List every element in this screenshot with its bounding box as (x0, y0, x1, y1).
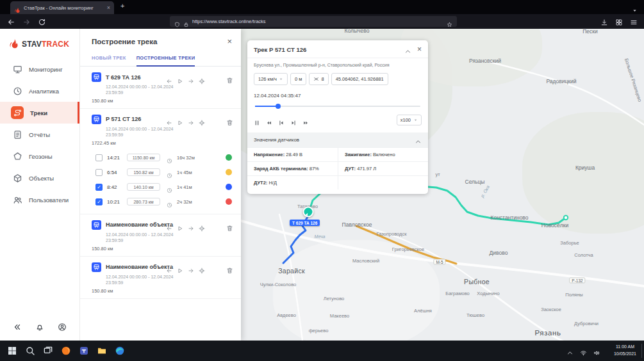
track-locate-button[interactable] (199, 223, 205, 229)
sidebar-bottom-bar (0, 323, 79, 332)
forward-button[interactable] (22, 17, 31, 26)
browser-tab[interactable]: СтавТрак - Онлайн мониторинг × (10, 1, 114, 14)
taskbar-firefox-button[interactable] (60, 346, 71, 357)
extensions-icon[interactable] (615, 17, 623, 25)
tracks-panel-close-icon[interactable]: × (227, 37, 232, 45)
duration-clock-icon (167, 184, 172, 190)
search-icon (25, 346, 35, 356)
tab-built-tracks[interactable]: ПОСТРОЕННЫЕ ТРЕКИ (136, 51, 195, 67)
track-delete-button[interactable] (226, 117, 233, 124)
track-play-button[interactable] (177, 117, 183, 124)
taskbar-explorer-button[interactable] (96, 346, 107, 357)
pause-button[interactable] (254, 117, 260, 124)
wifi-icon[interactable] (580, 348, 587, 355)
track-back-button[interactable] (166, 265, 172, 271)
shield-icon[interactable] (174, 19, 180, 24)
taskbar-start-button[interactable] (6, 346, 17, 357)
track-back-button[interactable] (166, 223, 172, 229)
playback-speed-select[interactable]: x100 (397, 115, 422, 125)
slider-thumb[interactable] (276, 104, 281, 109)
sidebar-item-users[interactable]: Пользователи (0, 189, 79, 211)
step-forward-button[interactable] (290, 117, 297, 124)
track-delete-button[interactable] (226, 223, 233, 230)
track-delete-button[interactable] (226, 75, 233, 82)
track-item[interactable]: Наименование объекта 12.04.2024 00:00:00… (80, 257, 241, 298)
track-locate-button[interactable] (199, 76, 205, 82)
track-actions (166, 223, 233, 230)
tab-close-icon[interactable]: × (107, 4, 110, 11)
notifications-bell-icon[interactable] (35, 323, 44, 332)
vehicle-label[interactable]: Т 629 ТА 126 (290, 220, 320, 226)
segment-checkbox[interactable]: ✓ (95, 184, 103, 191)
segment-row[interactable]: 14:21 1150.80 км 16ч 32м (80, 150, 241, 165)
edge-icon (115, 346, 125, 356)
track-item[interactable]: Наименование объекта 12.04.2024 00:00:00… (80, 214, 241, 256)
map-label: Колычево (345, 29, 370, 34)
sidebar-item-clock[interactable]: Аналитика (0, 80, 79, 102)
segment-checkbox[interactable] (95, 169, 103, 176)
track-play-button[interactable] (177, 76, 183, 82)
track-play-button[interactable] (177, 223, 183, 229)
sidebar-item-monitor[interactable]: Мониторинг (0, 58, 79, 80)
volume-icon[interactable] (593, 348, 600, 355)
step-back-button[interactable] (278, 117, 285, 124)
profile-icon[interactable] (58, 323, 67, 332)
menu-icon[interactable] (630, 17, 638, 25)
sidebar-item-label: Объекты (29, 175, 54, 182)
segment-row[interactable]: ✓ 10:21 280.73 км 2ч 32м (80, 195, 241, 209)
track-item[interactable]: Р 571 СТ 126 12.04.2024 00:00:00 - 12.04… (80, 109, 241, 150)
firefox-icon (61, 346, 71, 356)
track-forward-button[interactable] (188, 223, 194, 229)
speed-box[interactable]: 126 км/ч (254, 73, 288, 85)
segment-checkbox[interactable] (95, 154, 103, 161)
segment-row[interactable]: ✓ 8:42 140.10 км 1ч 41м (80, 180, 241, 195)
segment-checkbox[interactable]: ✓ (95, 198, 103, 205)
sidebar-item-geofence[interactable]: Геозоны (0, 145, 79, 167)
back-button[interactable] (7, 17, 15, 26)
track-play-button[interactable] (177, 265, 183, 271)
track-back-button[interactable] (166, 117, 172, 124)
rewind-button[interactable] (266, 117, 272, 124)
track-forward-button[interactable] (188, 76, 194, 82)
track-info-close-icon[interactable]: × (417, 45, 422, 53)
sidebar-item-cube[interactable]: Объекты (0, 167, 79, 189)
map-label: Авдеево (277, 312, 296, 318)
new-tab-button[interactable]: + (120, 2, 124, 10)
taskbar-task-view-button[interactable] (42, 346, 53, 357)
taskbar-edge-button[interactable] (114, 346, 125, 357)
track-item[interactable]: Т 629 ТА 126 12.04.2024 00:00:00 - 12.04… (80, 67, 241, 108)
track-locate-button[interactable] (199, 265, 205, 271)
sensors-header[interactable]: Значения датчиков (247, 132, 428, 147)
url-bar[interactable]: https://www.stavtrack.online/tracks (170, 16, 457, 27)
show-desktop-button[interactable] (641, 344, 644, 358)
sensors-collapse-chevron-icon[interactable] (415, 136, 422, 143)
timeline-slider[interactable] (255, 104, 420, 109)
tab-new-track[interactable]: НОВЫЙ ТРЕК (92, 51, 126, 66)
url-text[interactable]: https://www.stavtrack.online/tracks (192, 19, 443, 24)
vehicle-marker[interactable] (303, 207, 314, 218)
lock-icon[interactable] (183, 19, 189, 24)
tab-list-chevron-icon[interactable] (632, 4, 638, 10)
track-forward-button[interactable] (188, 265, 194, 271)
track-back-button[interactable] (166, 76, 172, 82)
tray-expand-chevron-icon[interactable] (566, 348, 574, 355)
fast-forward-button[interactable] (302, 117, 309, 124)
sidebar-item-route[interactable]: Треки (0, 102, 79, 124)
track-locate-button[interactable] (199, 117, 205, 124)
collapse-sidebar-icon[interactable] (13, 323, 22, 332)
map-label: Масловский (352, 258, 379, 264)
refresh-button[interactable] (38, 17, 46, 26)
segment-row[interactable]: 6:54 150.82 км 1ч 45м (80, 165, 241, 180)
track-delete-button[interactable] (226, 265, 233, 272)
download-icon[interactable] (600, 17, 608, 25)
sidebar-item-report[interactable]: Отчёты (0, 124, 79, 145)
taskbar-teams-button[interactable] (78, 346, 89, 357)
map[interactable]: КолычевоПескиРязановскийРадовицкийБольшо… (241, 29, 644, 341)
bookmark-star-icon[interactable] (447, 19, 452, 24)
taskbar-search-button[interactable] (24, 346, 35, 357)
sidebar-item-label: Аналитика (29, 88, 59, 95)
taskbar-clock[interactable]: 11:00 AM 10/05/2021 (614, 344, 636, 358)
segment-time: 10:21 (107, 199, 122, 205)
collapse-panel-chevron-icon[interactable] (404, 46, 411, 53)
track-forward-button[interactable] (188, 117, 194, 124)
